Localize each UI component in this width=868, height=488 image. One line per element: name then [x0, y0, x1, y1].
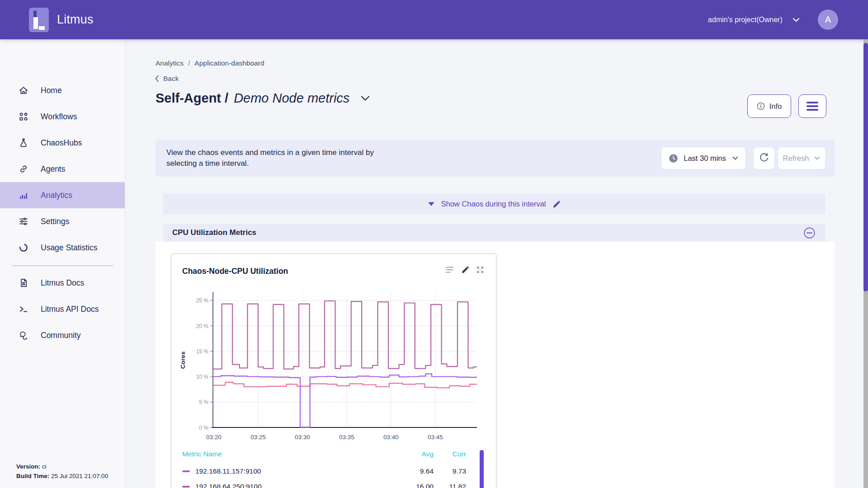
- page-title: Self-Agent / Demo Node metrics: [156, 91, 370, 106]
- breadcrumb: Analytics / Application-dashboard: [156, 59, 264, 67]
- legend-header-avg: Avg: [397, 450, 434, 458]
- sidebar-primary-list: HomeWorkflowsChaosHubsAgentsAnalyticsSet…: [0, 77, 125, 261]
- sidebar-item-chaoshubs[interactable]: ChaosHubs: [0, 130, 125, 156]
- dashboard-menu-button[interactable]: [798, 94, 826, 118]
- info-button-label: Info: [769, 102, 782, 111]
- link-icon: [18, 164, 29, 174]
- sidebar-item-settings[interactable]: Settings: [0, 208, 125, 235]
- refresh-now-button[interactable]: [753, 147, 775, 169]
- legend-header-curr: Curr: [430, 450, 466, 458]
- sliders-icon: [18, 216, 29, 227]
- sidebar-divider: [12, 265, 113, 266]
- legend-header-metric: Metric Name: [182, 450, 222, 458]
- edit-pencil-icon[interactable]: [552, 200, 561, 208]
- avatar[interactable]: A: [818, 9, 838, 30]
- interval-banner: View the chaos events and metrics in a g…: [156, 140, 835, 177]
- chart-series-line: [213, 374, 477, 427]
- legend-rows: 192.168.11.157:91009.649.73192.168.64.25…: [182, 464, 475, 488]
- svg-text:Cores: Cores: [179, 352, 186, 369]
- logo-l-horizontal: [39, 26, 45, 30]
- info-button[interactable]: Info: [747, 94, 791, 118]
- svg-text:03:20: 03:20: [206, 434, 222, 441]
- breadcrumb-analytics[interactable]: Analytics: [156, 59, 184, 67]
- version-label: Version:: [16, 463, 40, 470]
- sidebar-item-label: Analytics: [41, 191, 72, 200]
- collapse-section-button[interactable]: [803, 227, 816, 239]
- sidebar-item-label: Community: [41, 331, 81, 340]
- legend-scrollbar[interactable]: [480, 450, 484, 488]
- usage-circle-icon: [18, 242, 29, 253]
- expand-icon: [476, 266, 484, 274]
- chart-series-line: [213, 382, 477, 388]
- sidebar-item-litmus-docs[interactable]: Litmus Docs: [0, 270, 125, 296]
- main-content: Analytics / Application-dashboard Back S…: [125, 39, 868, 488]
- time-range-value: Last 30 mins: [684, 154, 726, 163]
- litmus-logo-icon: [29, 8, 49, 32]
- dashboard-switch-chevron-icon[interactable]: [360, 95, 370, 101]
- sidebar-item-usage-statistics[interactable]: Usage Statistics: [0, 235, 125, 261]
- triangle-down-icon: [428, 202, 434, 206]
- refresh-icon: [759, 153, 769, 164]
- logo-l-vertical: [33, 17, 38, 29]
- metric-name: 192.168.64.250:9100: [195, 483, 262, 488]
- refresh-interval-dropdown[interactable]: Refresh: [778, 147, 826, 169]
- cpu-metrics-section-body: Chaos-Node-CPU Utilization 03:2003:2503:…: [156, 242, 835, 488]
- chevron-left-icon: [155, 75, 159, 82]
- sidebar-item-litmus-api-docs[interactable]: Litmus API Docs: [0, 296, 125, 322]
- chevron-down-icon[interactable]: [793, 18, 800, 22]
- svg-text:03:30: 03:30: [295, 434, 310, 441]
- version-value: ci: [42, 463, 47, 470]
- sidebar: HomeWorkflowsChaosHubsAgentsAnalyticsSet…: [0, 39, 125, 488]
- chart-options-button[interactable]: [445, 266, 454, 274]
- legend-row[interactable]: 192.168.11.157:91009.649.73: [182, 464, 475, 479]
- breadcrumb-separator: /: [188, 59, 190, 67]
- edit-pencil-icon: [461, 266, 469, 274]
- sidebar-item-agents[interactable]: Agents: [0, 156, 125, 182]
- cpu-utilization-chart: 03:2003:2503:3003:3503:4003:450 %5 %10 %…: [178, 287, 483, 446]
- chart-expand-button[interactable]: [476, 266, 484, 274]
- time-range-dropdown[interactable]: Last 30 mins: [661, 147, 746, 169]
- svg-text:03:35: 03:35: [339, 434, 354, 441]
- version-info: Version: ci Build Time: 25 Jul 2021 21:0…: [16, 462, 108, 481]
- sidebar-item-workflows[interactable]: Workflows: [0, 103, 125, 130]
- back-button[interactable]: Back: [155, 75, 179, 83]
- metric-curr: 11.82: [430, 483, 466, 488]
- project-selector-label[interactable]: admin's project(Owner): [708, 16, 783, 24]
- series-swatch-icon: [182, 470, 190, 472]
- sidebar-item-community[interactable]: Community: [0, 322, 125, 348]
- cpu-chart-svg: 03:2003:2503:3003:3503:4003:450 %5 %10 %…: [178, 287, 483, 446]
- chart-legend: Metric Name Avg Curr 192.168.11.157:9100…: [182, 450, 475, 488]
- svg-text:25 %: 25 %: [196, 297, 209, 304]
- sidebar-item-label: Usage Statistics: [41, 243, 97, 253]
- sidebar-item-label: Workflows: [41, 112, 77, 122]
- breadcrumb-application-dashboard[interactable]: Application-dashboard: [194, 59, 264, 67]
- show-chaos-toggle[interactable]: Show Chaos during this interval: [163, 194, 826, 214]
- workflows-icon: [18, 111, 29, 122]
- svg-text:03:40: 03:40: [383, 434, 399, 441]
- svg-text:20 %: 20 %: [196, 323, 209, 329]
- svg-text:10 %: 10 %: [196, 374, 209, 380]
- sidebar-item-label: Home: [41, 86, 62, 95]
- sidebar-item-label: Settings: [41, 217, 69, 226]
- legend-row[interactable]: 192.168.64.250:910016.0011.82: [182, 479, 475, 488]
- svg-text:03:25: 03:25: [250, 434, 266, 441]
- interval-banner-text: View the chaos events and metrics in a g…: [166, 147, 388, 169]
- metric-avg: 9.64: [397, 467, 434, 475]
- svg-text:5 %: 5 %: [199, 399, 208, 405]
- legend-header: Metric Name Avg Curr: [182, 450, 475, 464]
- sidebar-secondary-list: Litmus DocsLitmus API DocsCommunity: [0, 270, 125, 348]
- svg-text:15 %: 15 %: [196, 348, 209, 355]
- page-scrollbar-thumb[interactable]: [863, 43, 868, 291]
- series-swatch-icon: [182, 486, 190, 488]
- metric-name: 192.168.11.157:9100: [195, 467, 261, 475]
- sidebar-item-analytics[interactable]: Analytics: [0, 182, 125, 208]
- chart-edit-button[interactable]: [461, 266, 469, 274]
- page-scrollbar-track[interactable]: [863, 39, 868, 488]
- cpu-metrics-section-title: CPU Utilization Metrics: [172, 228, 256, 237]
- hamburger-icon: [807, 101, 818, 112]
- svg-text:0 %: 0 %: [199, 425, 208, 431]
- sidebar-item-home[interactable]: Home: [0, 77, 125, 103]
- metric-avg: 16.00: [397, 483, 434, 488]
- chart-card: Chaos-Node-CPU Utilization 03:2003:2503:…: [171, 253, 496, 488]
- refresh-label: Refresh: [783, 154, 809, 163]
